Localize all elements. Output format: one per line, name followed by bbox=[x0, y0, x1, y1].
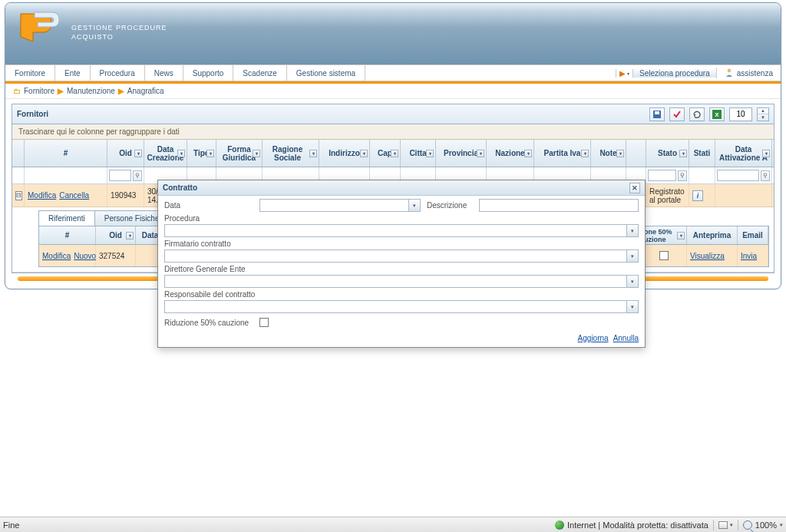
logo-mark bbox=[13, 8, 67, 48]
zoom-dropdown-icon[interactable]: ▾ bbox=[780, 522, 783, 528]
history-arrow[interactable]: ▶▾ bbox=[616, 69, 632, 78]
subcol-anteprima[interactable]: Anteprima bbox=[687, 226, 738, 244]
col-cap[interactable]: Cap▾ bbox=[370, 140, 401, 167]
row-collapse-button[interactable]: ⊟ bbox=[15, 191, 22, 200]
filter-oid-input[interactable] bbox=[109, 170, 131, 181]
direttore-input[interactable] bbox=[164, 275, 626, 288]
filter-attivazione-input[interactable] bbox=[717, 170, 759, 181]
col-menu-icon[interactable]: ▾ bbox=[177, 150, 185, 157]
col-menu-icon[interactable]: ▾ bbox=[126, 232, 134, 240]
col-menu-icon[interactable]: ▾ bbox=[677, 232, 685, 240]
col-menu-icon[interactable]: ▾ bbox=[253, 150, 260, 157]
col-partita-iva[interactable]: Partita Iva▾ bbox=[534, 140, 591, 167]
select-procedure-button[interactable]: Seleziona procedura bbox=[632, 69, 716, 78]
col-note[interactable]: Note▾ bbox=[591, 140, 626, 167]
group-by-bar[interactable]: Trascinare qui le colonne per raggruppar… bbox=[12, 124, 774, 140]
info-icon[interactable]: i bbox=[692, 190, 703, 201]
col-menu-icon[interactable]: ▾ bbox=[360, 150, 368, 157]
col-menu-icon[interactable]: ▾ bbox=[524, 150, 532, 157]
save-icon-button[interactable] bbox=[649, 107, 665, 121]
menu-supporto[interactable]: Supporto bbox=[183, 65, 234, 81]
dropdown-icon[interactable]: ▾ bbox=[626, 300, 639, 313]
folder-icon: 🗀 bbox=[13, 87, 21, 95]
col-ragione-sociale[interactable]: Ragione Sociale△▾ bbox=[263, 140, 319, 167]
col-forma-giuridica[interactable]: Forma Giuridica▾ bbox=[216, 140, 263, 167]
col-data-creazione[interactable]: Data Creazione▾ bbox=[144, 140, 187, 167]
sub-edit-link[interactable]: Modifica bbox=[42, 252, 71, 260]
col-menu-icon[interactable]: ▾ bbox=[426, 150, 434, 157]
col-menu-icon[interactable]: ▾ bbox=[391, 150, 398, 157]
col-menu-icon[interactable]: ▾ bbox=[134, 150, 142, 157]
col-menu-icon[interactable]: ▾ bbox=[206, 150, 214, 157]
col-menu-icon[interactable]: ▾ bbox=[309, 150, 317, 157]
data-input[interactable] bbox=[259, 199, 408, 212]
firmatario-input[interactable] bbox=[164, 249, 626, 263]
sub-new-link[interactable]: Nuovo bbox=[74, 252, 96, 260]
zoom-control[interactable]: 100% ▾ bbox=[743, 520, 783, 530]
col-data-attivazione[interactable]: Data Attivazione A▾ bbox=[715, 140, 772, 167]
grid-header: # Oid▾ Data Creazione▾ Tipo▾ Forma Giuri… bbox=[12, 140, 774, 167]
refresh-icon-button[interactable] bbox=[689, 107, 705, 121]
responsabile-input[interactable] bbox=[164, 300, 626, 313]
crumb-anagrafica[interactable]: Anagrafica bbox=[127, 87, 164, 95]
spinner-up-icon[interactable]: ▲ bbox=[758, 108, 768, 115]
spinner-down-icon[interactable]: ▼ bbox=[758, 114, 768, 121]
zoom-icon bbox=[743, 520, 752, 530]
col-indirizzo[interactable]: Indirizzo▾ bbox=[319, 140, 370, 167]
apply-icon-button[interactable] bbox=[669, 107, 685, 121]
procedura-input[interactable] bbox=[164, 224, 626, 237]
dropdown-icon[interactable]: ▾ bbox=[408, 199, 421, 212]
col-menu-icon[interactable]: ▾ bbox=[581, 150, 589, 157]
col-menu-icon[interactable]: ▾ bbox=[762, 150, 770, 157]
menu-fornitore[interactable]: Fornitore bbox=[5, 65, 55, 81]
excel-icon-button[interactable]: X bbox=[709, 107, 725, 121]
subcol-oid[interactable]: Oid▾ bbox=[96, 226, 136, 244]
filter-icon[interactable]: ⚲ bbox=[133, 170, 142, 181]
popup-close-button[interactable]: ✕ bbox=[629, 183, 640, 193]
col-menu-icon[interactable]: ▾ bbox=[616, 150, 624, 157]
tab-riferimenti[interactable]: Riferimenti bbox=[38, 210, 95, 226]
col-oid[interactable]: Oid▾ bbox=[107, 140, 144, 167]
pane-icons[interactable]: ▾ bbox=[718, 521, 733, 529]
menu-scadenze[interactable]: Scadenze bbox=[233, 65, 286, 81]
logo-line2: Acquisto bbox=[71, 32, 167, 41]
col-stati[interactable]: Stati bbox=[689, 140, 715, 167]
anteprima-link[interactable]: Visualizza bbox=[690, 252, 725, 260]
riduzione-popup-checkbox[interactable] bbox=[259, 318, 269, 327]
col-stato[interactable]: Stato▾ bbox=[646, 140, 689, 167]
email-link[interactable]: Invia bbox=[741, 252, 757, 260]
crumb-fornitore[interactable]: Fornitore bbox=[24, 87, 54, 95]
col-citta[interactable]: Citta▾ bbox=[401, 140, 436, 167]
descrizione-input[interactable] bbox=[479, 199, 639, 212]
pane-icon[interactable] bbox=[718, 521, 728, 529]
menu-news[interactable]: News bbox=[145, 65, 183, 81]
col-menu-icon[interactable]: ▾ bbox=[679, 150, 687, 157]
menu-ente[interactable]: Ente bbox=[55, 65, 91, 81]
assist-button[interactable]: assistenza bbox=[716, 68, 781, 78]
subcol-email[interactable]: Email bbox=[738, 226, 768, 244]
row-edit-link[interactable]: Modifica bbox=[28, 191, 56, 200]
dropdown-icon[interactable]: ▾ bbox=[626, 249, 639, 263]
page-size-input[interactable] bbox=[729, 107, 752, 121]
col-nazione[interactable]: Nazione▾ bbox=[487, 140, 534, 167]
col-actions[interactable]: # bbox=[25, 140, 107, 167]
dropdown-icon[interactable]: ▾ bbox=[626, 224, 639, 237]
filter-icon[interactable]: ⚲ bbox=[678, 170, 687, 181]
filter-stato-input[interactable] bbox=[648, 170, 676, 181]
riduzione-checkbox[interactable] bbox=[659, 251, 669, 260]
col-provincia[interactable]: Provincia▾ bbox=[436, 140, 487, 167]
page-spinner[interactable]: ▲▼ bbox=[757, 107, 769, 121]
menu-procedura[interactable]: Procedura bbox=[91, 65, 145, 81]
popup-annulla-link[interactable]: Annulla bbox=[613, 334, 639, 342]
col-menu-icon[interactable]: ▾ bbox=[477, 150, 484, 157]
popup-aggiorna-link[interactable]: Aggiorna bbox=[578, 334, 609, 342]
row-delete-link[interactable]: Cancella bbox=[59, 191, 89, 200]
crumb-manutenzione[interactable]: Manutenzione bbox=[67, 87, 115, 95]
filter-icon[interactable]: ⚲ bbox=[761, 170, 770, 181]
menu-gestione-sistema[interactable]: Gestione sistema bbox=[287, 65, 365, 81]
logo-text: Gestione Procedure Acquisto bbox=[71, 14, 167, 41]
col-tipo[interactable]: Tipo▾ bbox=[187, 140, 216, 167]
subcol-riduzione[interactable]: one 50% uzione▾ bbox=[641, 226, 687, 244]
subcol-actions[interactable]: # bbox=[39, 226, 96, 244]
dropdown-icon[interactable]: ▾ bbox=[626, 275, 639, 288]
